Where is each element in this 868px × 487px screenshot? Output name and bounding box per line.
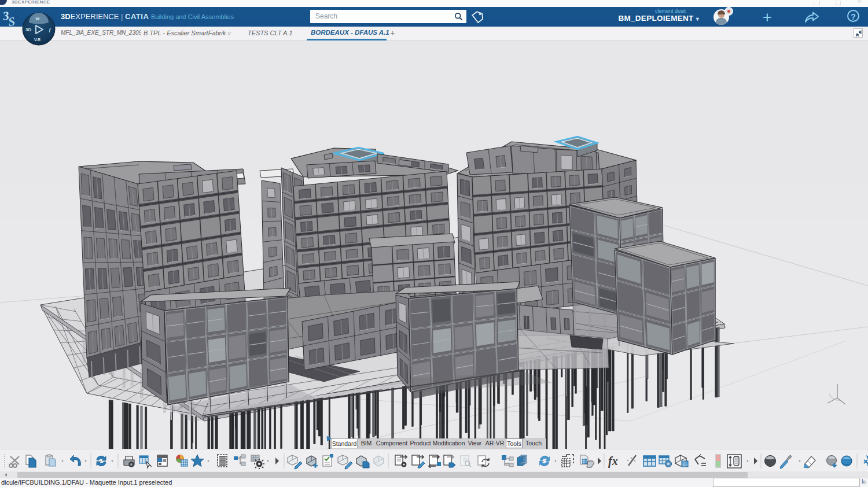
svg-text:ƒ: ƒ — [49, 28, 51, 32]
svg-text:fx: fx — [608, 455, 618, 468]
svg-text:3D: 3D — [25, 27, 31, 32]
svg-text:V.R: V.R — [34, 38, 41, 42]
svg-text:Vr: Vr — [35, 16, 41, 21]
svg-text:S: S — [8, 14, 16, 28]
